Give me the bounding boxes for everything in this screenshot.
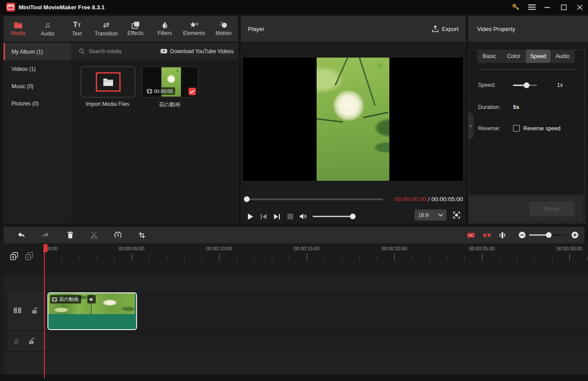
- volume-icon[interactable]: [297, 211, 310, 222]
- play-button[interactable]: [243, 211, 257, 222]
- redo-button[interactable]: [38, 227, 53, 243]
- import-media-dropzone[interactable]: [81, 66, 135, 97]
- tab-transition[interactable]: ⇄ Transition: [91, 16, 121, 42]
- media-folder-icon: [14, 21, 23, 29]
- import-media-label: Import Media Files: [81, 101, 134, 107]
- sidebar-item-videos[interactable]: Videos (1): [4, 60, 71, 78]
- minimize-button[interactable]: [541, 0, 554, 14]
- motion-icon: [220, 21, 227, 29]
- timeline-toolbar: [4, 227, 584, 243]
- clip-name-text: 花の動画: [59, 296, 78, 303]
- timecode-display: 00:00:00:00 / 00:00:05:00: [395, 196, 463, 202]
- sidebar-item-my-album[interactable]: My Album (1): [4, 43, 71, 60]
- download-youtube-button[interactable]: Download YouTube Videos: [160, 48, 234, 54]
- property-tab-color[interactable]: Color: [502, 50, 526, 63]
- property-tab-audio[interactable]: Audio: [550, 50, 575, 63]
- clip-audio-waveform-band: [48, 314, 136, 329]
- speed-label: Speed:: [478, 82, 496, 88]
- tab-filters[interactable]: Filters: [150, 16, 180, 42]
- filters-droplet-icon: [161, 21, 169, 29]
- reverse-option-label: Reverse speed: [523, 125, 561, 132]
- volume-slider[interactable]: [313, 216, 355, 217]
- undo-button[interactable]: [14, 227, 29, 243]
- tab-text[interactable]: TT Text: [62, 16, 91, 42]
- zoom-in-button[interactable]: [567, 227, 582, 243]
- lower-track-row: [4, 352, 588, 374]
- seek-slider[interactable]: [245, 198, 383, 200]
- property-tab-basic[interactable]: Basic: [477, 50, 502, 63]
- youtube-download-icon: [160, 48, 168, 54]
- playhead-line[interactable]: [44, 244, 45, 378]
- playhead-handle[interactable]: [43, 244, 47, 252]
- clip-insert-icon[interactable]: [463, 227, 478, 243]
- app-window: MiniTool MovieMaker Free 8.3.1 Media: [0, 0, 588, 381]
- export-label: Export: [442, 26, 459, 32]
- zoom-out-button[interactable]: [514, 227, 529, 243]
- media-clip-card[interactable]: 00:00:05: [142, 66, 198, 97]
- timeline-zoom-thumb[interactable]: [546, 232, 552, 238]
- tab-effects[interactable]: Effects: [121, 16, 150, 42]
- property-tab-speed[interactable]: Speed: [526, 50, 550, 63]
- media-top-bar: Download YouTube Videos: [71, 43, 238, 59]
- clip-split-icon[interactable]: [479, 227, 494, 243]
- crop-button[interactable]: [134, 227, 149, 243]
- timeline-area: 00:0000:00:05:0000:00:10:0000:00:15:0000…: [0, 243, 588, 381]
- speed-value: 1x: [557, 82, 563, 88]
- property-tabs: Basic Color Speed Audio: [477, 50, 575, 63]
- clip-selected-check-icon[interactable]: [188, 88, 196, 95]
- player-title: Player: [248, 26, 264, 32]
- tab-elements[interactable]: Elements: [180, 16, 209, 42]
- music-note-icon: ♫: [45, 21, 51, 29]
- film-track-icon: [13, 307, 22, 314]
- transition-arrows-icon: ⇄: [103, 21, 109, 29]
- tab-elements-label: Elements: [183, 30, 205, 36]
- elements-star-icon: [190, 21, 199, 29]
- timeline-ruler[interactable]: 00:0000:00:05:0000:00:10:0000:00:15:0000…: [0, 243, 588, 264]
- speed-tool-button[interactable]: [110, 227, 125, 243]
- aspect-ratio-dropdown[interactable]: 16:9: [415, 210, 447, 221]
- fit-timeline-icon[interactable]: [495, 227, 510, 243]
- delete-button[interactable]: [63, 227, 78, 243]
- property-footer: Reset: [469, 195, 584, 222]
- sidebar-item-music[interactable]: Music (0): [4, 78, 71, 95]
- search-input[interactable]: [88, 48, 143, 55]
- panel-collapse-handle[interactable]: ›: [468, 113, 474, 139]
- title-bar: MiniTool MovieMaker Free 8.3.1: [0, 0, 588, 14]
- stop-button[interactable]: [283, 211, 297, 222]
- speed-slider[interactable]: [513, 85, 537, 86]
- reverse-speed-checkbox[interactable]: [513, 125, 520, 132]
- license-key-icon[interactable]: [509, 0, 522, 14]
- tab-audio[interactable]: ♫ Audio: [33, 16, 62, 42]
- clip-sound-icon: [87, 295, 96, 303]
- close-button[interactable]: [573, 0, 586, 14]
- media-clip-name: 花の動画: [142, 101, 197, 109]
- seek-slider-thumb[interactable]: [244, 196, 250, 202]
- sidebar-item-pictures[interactable]: Pictures (0): [4, 95, 71, 112]
- duration-value: 5s: [513, 104, 519, 110]
- split-scissors-button[interactable]: [86, 227, 102, 243]
- chevron-right-icon: ›: [470, 123, 472, 129]
- timeline-video-clip[interactable]: 花の動画: [47, 292, 137, 330]
- audio-track-lock-icon[interactable]: [28, 338, 35, 345]
- video-track-header: [7, 291, 47, 330]
- tab-text-label: Text: [72, 31, 82, 37]
- duration-label: Duration:: [478, 104, 501, 110]
- next-frame-button[interactable]: [270, 211, 283, 222]
- volume-slider-thumb[interactable]: [350, 214, 356, 219]
- export-button[interactable]: Export: [432, 25, 459, 32]
- video-track-lock-icon[interactable]: [31, 307, 38, 314]
- tab-media[interactable]: Media: [4, 16, 33, 42]
- timeline-zoom-slider[interactable]: [529, 234, 566, 236]
- library-sidebar: My Album (1) Videos (1) Music (0) Pictur…: [4, 43, 71, 224]
- media-library-panel: Download YouTube Videos Import Media Fil…: [71, 43, 238, 224]
- reset-button[interactable]: Reset: [529, 202, 574, 216]
- speed-slider-thumb[interactable]: [524, 82, 529, 88]
- menu-hamburger-icon[interactable]: [525, 0, 538, 14]
- maximize-button[interactable]: [557, 0, 570, 14]
- previous-frame-button[interactable]: [257, 211, 270, 222]
- tab-motion[interactable]: Motion: [209, 16, 238, 42]
- tab-effects-label: Effects: [127, 30, 143, 36]
- audio-track-header: ♫: [7, 331, 47, 351]
- video-property-title: Video Property: [477, 26, 515, 32]
- fullscreen-icon[interactable]: [453, 211, 460, 219]
